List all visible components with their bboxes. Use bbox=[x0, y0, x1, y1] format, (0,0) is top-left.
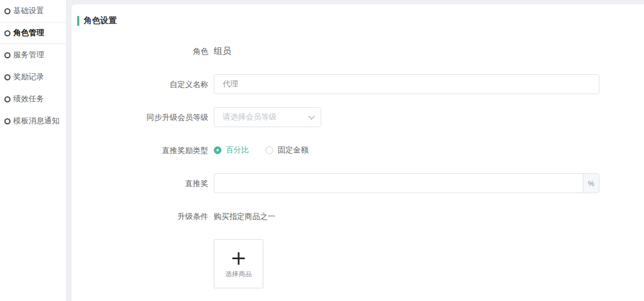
sidebar-item-reward-records[interactable]: 奖励记录 bbox=[0, 66, 66, 88]
sidebar-item-template-message-notify[interactable]: 模板消息通知 bbox=[0, 110, 66, 132]
circle-icon bbox=[4, 118, 10, 124]
role-settings-card: 角色设置 角色 组员 自定义名称 同步升级会员等级 请选择会员等级 bbox=[72, 4, 644, 301]
upgrade-condition-value: 购买指定商品之一 bbox=[214, 206, 275, 226]
form-row-reward-type: 直推奖励类型 百分比 固定金额 bbox=[72, 140, 644, 160]
empty-label bbox=[72, 239, 214, 288]
role-label: 角色 bbox=[72, 41, 214, 61]
sidebar-item-label: 模板消息通知 bbox=[13, 116, 59, 126]
accent-bar bbox=[77, 16, 79, 26]
direct-reward-input[interactable] bbox=[214, 173, 583, 193]
direct-reward-input-group: % bbox=[214, 173, 599, 193]
page-title: 角色设置 bbox=[84, 15, 117, 26]
sidebar-item-label: 基础设置 bbox=[13, 6, 44, 16]
sync-level-label: 同步升级会员等级 bbox=[72, 107, 214, 127]
sidebar-item-performance-tasks[interactable]: 绩效任务 bbox=[0, 88, 66, 110]
upgrade-condition-label: 升级条件 bbox=[72, 206, 214, 226]
form-row-custom-name: 自定义名称 bbox=[72, 74, 644, 94]
form-row-upgrade-condition: 升级条件 购买指定商品之一 bbox=[72, 206, 644, 226]
role-settings-form: 角色 组员 自定义名称 同步升级会员等级 请选择会员等级 直推奖励类型 bbox=[72, 41, 644, 288]
radio-label: 固定金额 bbox=[278, 145, 309, 155]
direct-reward-label: 直推奖 bbox=[72, 173, 214, 193]
radio-selected-icon bbox=[214, 146, 221, 154]
sidebar-item-label: 服务管理 bbox=[13, 50, 44, 60]
circle-icon bbox=[4, 96, 10, 102]
sidebar-item-role-management[interactable]: 角色管理 bbox=[0, 22, 66, 44]
radio-fixed-amount[interactable]: 固定金额 bbox=[266, 145, 309, 155]
sidebar-item-label: 奖励记录 bbox=[13, 72, 44, 82]
circle-icon bbox=[4, 52, 10, 58]
radio-label: 百分比 bbox=[226, 145, 249, 155]
sidebar-item-service-management[interactable]: 服务管理 bbox=[0, 44, 66, 66]
custom-name-input[interactable] bbox=[214, 74, 599, 94]
custom-name-label: 自定义名称 bbox=[72, 74, 214, 94]
member-level-select[interactable]: 请选择会员等级 bbox=[214, 107, 321, 127]
select-product-label: 选择商品 bbox=[225, 270, 252, 279]
sidebar-item-label: 绩效任务 bbox=[13, 94, 44, 104]
sidebar-item-label: 角色管理 bbox=[13, 28, 44, 38]
form-row-product-picker: + 选择商品 bbox=[72, 239, 644, 288]
section-title: 角色设置 bbox=[77, 15, 644, 26]
radio-unselected-icon bbox=[266, 146, 273, 154]
settings-sidebar: 基础设置 角色管理 服务管理 奖励记录 绩效任务 模板消息通知 bbox=[0, 0, 67, 301]
select-product-button[interactable]: + 选择商品 bbox=[214, 239, 263, 288]
role-value: 组员 bbox=[214, 41, 231, 61]
form-row-role: 角色 组员 bbox=[72, 41, 644, 61]
form-row-direct-reward: 直推奖 % bbox=[72, 173, 644, 193]
radio-percentage[interactable]: 百分比 bbox=[214, 145, 249, 155]
circle-icon bbox=[4, 74, 10, 80]
sidebar-item-basic-settings[interactable]: 基础设置 bbox=[0, 0, 66, 22]
plus-icon: + bbox=[230, 249, 247, 267]
circle-icon bbox=[4, 8, 10, 14]
percent-suffix: % bbox=[583, 173, 599, 193]
reward-type-label: 直推奖励类型 bbox=[72, 140, 214, 160]
select-placeholder: 请选择会员等级 bbox=[223, 112, 277, 122]
chevron-down-icon bbox=[308, 113, 315, 120]
circle-icon bbox=[4, 30, 10, 36]
form-row-sync-level: 同步升级会员等级 请选择会员等级 bbox=[72, 107, 644, 127]
